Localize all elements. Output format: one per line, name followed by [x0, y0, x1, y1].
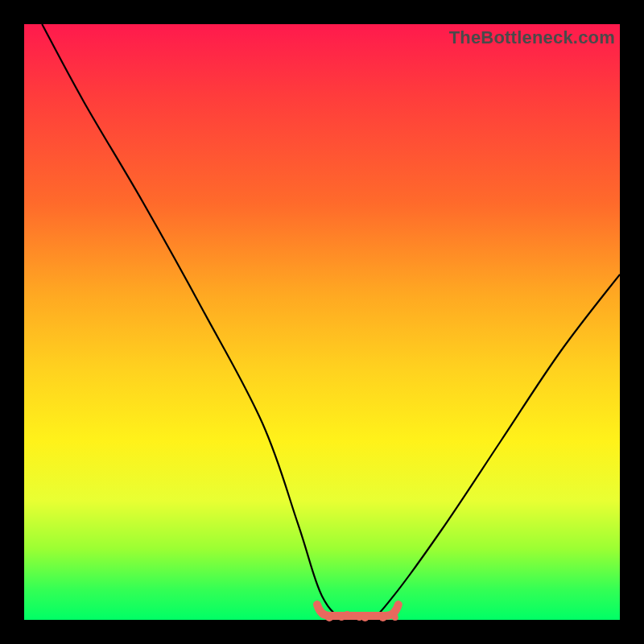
svg-point-7: [379, 613, 387, 621]
svg-point-5: [361, 613, 369, 621]
svg-point-3: [343, 611, 351, 619]
curve-overlay: [24, 24, 620, 620]
svg-point-8: [392, 614, 398, 621]
chart-frame: TheBottleneck.com: [0, 0, 644, 644]
svg-point-1: [325, 613, 333, 621]
bottleneck-curve: [42, 24, 620, 623]
plot-area: TheBottleneck.com: [24, 24, 620, 620]
